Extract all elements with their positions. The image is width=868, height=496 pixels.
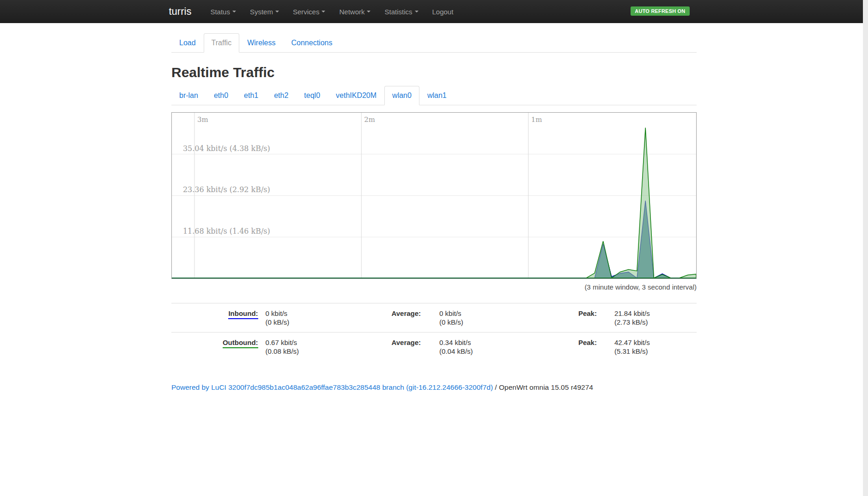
table-row-inbound: Inbound: 0 kbit/s(0 kB/s) Average: 0 kbi… [171,303,697,332]
chevron-down-icon [415,11,419,12]
luci-version-link[interactable]: Powered by LuCI 3200f7dc985b1ac048a62a96… [171,383,493,391]
auto-refresh-toggle[interactable]: AUTO REFRESH ON [631,6,689,16]
tab-eth1[interactable]: eth1 [236,86,266,105]
inbound-average-label: Average: [355,309,421,327]
outbound-peak-label: Peak: [528,338,597,356]
traffic-stats-table: Inbound: 0 kbit/s(0 kB/s) Average: 0 kbi… [171,303,697,361]
tab-traffic[interactable]: Traffic [204,33,240,53]
outbound-peak: 42.47 kbit/s(5.31 kB/s) [597,338,697,356]
inbound-legend-label: Inbound: [228,309,258,319]
chevron-down-icon [322,11,325,12]
menu-logout[interactable]: Logout [425,0,461,23]
main-menu: Status System Services Network Statistic… [203,0,460,23]
inbound-average: 0 kbit/s(0 kB/s) [421,309,528,327]
svg-text:11.68 kbit/s (1.46 kB/s): 11.68 kbit/s (1.46 kB/s) [183,227,270,236]
menu-services[interactable]: Services [286,0,333,23]
menu-status[interactable]: Status [203,0,243,23]
interface-tabs: br-lan eth0 eth1 eth2 teql0 vethIKD20M w… [171,86,697,105]
svg-text:1m: 1m [531,115,542,124]
tab-connections[interactable]: Connections [284,33,340,53]
tab-eth0[interactable]: eth0 [206,86,236,105]
inbound-peak: 21.84 kbit/s(2.73 kB/s) [597,309,697,327]
page-title: Realtime Traffic [171,65,697,80]
svg-text:2m: 2m [364,115,375,124]
tab-wlan1[interactable]: wlan1 [419,86,455,105]
outbound-average: 0.34 kbit/s(0.04 kB/s) [421,338,528,356]
outbound-current: 0.67 kbit/s(0.08 kB/s) [258,338,355,356]
tab-teql0[interactable]: teql0 [296,86,328,105]
menu-system[interactable]: System [243,0,286,23]
traffic-chart: 35.04 kbit/s (4.38 kB/s)23.36 kbit/s (2.… [171,112,697,279]
chart-caption: (3 minute window, 3 second interval) [171,283,697,291]
traffic-chart-svg: 35.04 kbit/s (4.38 kB/s)23.36 kbit/s (2.… [172,113,696,278]
outbound-average-label: Average: [355,338,421,356]
chevron-down-icon [232,11,236,12]
chevron-down-icon [275,11,279,12]
menu-statistics[interactable]: Statistics [377,0,425,23]
openwrt-version: OpenWrt omnia 15.05 r49274 [499,383,593,391]
table-row-outbound: Outbound: 0.67 kbit/s(0.08 kB/s) Average… [171,332,697,361]
tab-vethIKD20M[interactable]: vethIKD20M [328,86,384,105]
svg-text:3m: 3m [197,115,208,124]
tab-wlan0[interactable]: wlan0 [384,86,419,105]
top-navbar: turris Status System Services Network St… [0,0,863,23]
status-tabs: Load Traffic Wireless Connections [171,33,697,53]
inbound-peak-label: Peak: [528,309,597,327]
tab-load[interactable]: Load [171,33,204,53]
brand-logo[interactable]: turris [169,6,192,18]
chevron-down-icon [367,11,370,12]
tab-br-lan[interactable]: br-lan [171,86,206,105]
footer-separator: / [493,383,499,391]
footer: Powered by LuCI 3200f7dc985b1ac048a62a96… [171,383,697,392]
inbound-current: 0 kbit/s(0 kB/s) [258,309,355,327]
tab-wireless[interactable]: Wireless [239,33,283,53]
svg-text:23.36 kbit/s (2.92 kB/s): 23.36 kbit/s (2.92 kB/s) [183,185,270,194]
svg-text:35.04 kbit/s (4.38 kB/s): 35.04 kbit/s (4.38 kB/s) [183,144,270,153]
scrollbar[interactable] [863,0,868,496]
menu-network[interactable]: Network [332,0,377,23]
outbound-legend-label: Outbound: [223,339,258,348]
tab-eth2[interactable]: eth2 [266,86,296,105]
